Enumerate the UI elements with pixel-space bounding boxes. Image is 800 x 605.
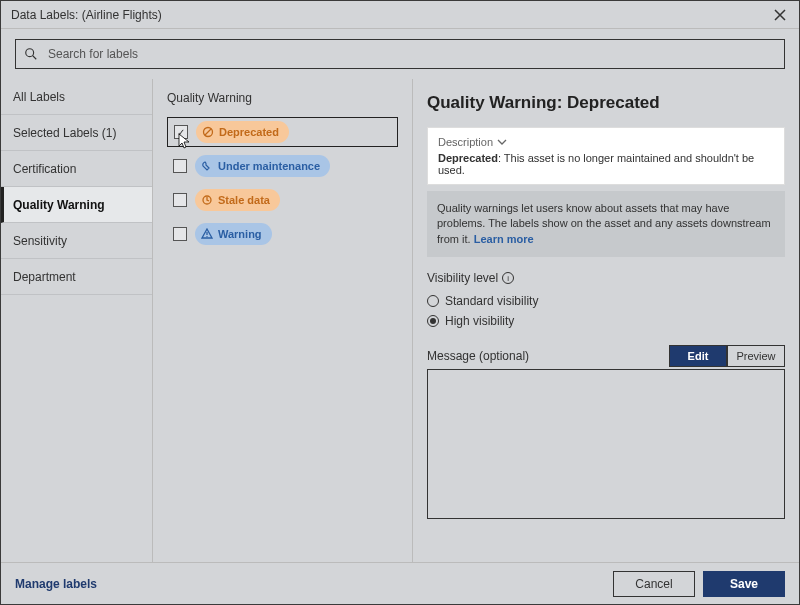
search-input[interactable] xyxy=(46,46,776,62)
pill-label: Stale data xyxy=(218,194,270,206)
info-icon[interactable]: i xyxy=(502,272,514,284)
pill-under-maintenance[interactable]: Under maintenance xyxy=(195,155,330,177)
radio-label: Standard visibility xyxy=(445,294,538,308)
titlebar: Data Labels: (Airline Flights) xyxy=(1,1,799,29)
sidebar-item-selected-labels[interactable]: Selected Labels (1) xyxy=(1,115,152,151)
label-row-under-maintenance[interactable]: Under maintenance xyxy=(167,151,398,181)
svg-point-0 xyxy=(26,49,34,57)
dialog-body: All Labels Selected Labels (1) Certifica… xyxy=(1,79,799,562)
pill-label: Warning xyxy=(218,228,262,240)
label-list-title: Quality Warning xyxy=(167,91,398,105)
label-list-panel: Quality Warning Deprecated Under mainten… xyxy=(153,79,413,562)
description-label: Description xyxy=(438,136,493,148)
message-label: Message (optional) xyxy=(427,349,529,363)
tab-edit[interactable]: Edit xyxy=(669,345,727,367)
pill-deprecated[interactable]: Deprecated xyxy=(196,121,289,143)
message-header: Message (optional) Edit Preview xyxy=(427,345,785,367)
window-title: Data Labels: (Airline Flights) xyxy=(11,8,771,22)
close-icon xyxy=(774,9,786,21)
pill-label: Deprecated xyxy=(219,126,279,138)
visibility-option-standard[interactable]: Standard visibility xyxy=(427,291,785,311)
visibility-title-text: Visibility level xyxy=(427,271,498,285)
footer: Manage labels Cancel Save xyxy=(1,562,799,604)
radio-high[interactable] xyxy=(427,315,439,327)
description-header[interactable]: Description xyxy=(438,136,774,148)
radio-standard[interactable] xyxy=(427,295,439,307)
description-card: Description Deprecated: This asset is no… xyxy=(427,127,785,185)
search-bar[interactable] xyxy=(15,39,785,69)
sidebar-item-all-labels[interactable]: All Labels xyxy=(1,79,152,115)
sidebar-item-label: Quality Warning xyxy=(13,198,105,212)
sidebar-item-label: Department xyxy=(13,270,76,284)
cancel-button[interactable]: Cancel xyxy=(613,571,695,597)
sidebar-item-label: All Labels xyxy=(13,90,65,104)
info-box: Quality warnings let users know about as… xyxy=(427,191,785,257)
label-row-warning[interactable]: Warning xyxy=(167,219,398,249)
message-tabs: Edit Preview xyxy=(669,345,785,367)
pill-warning[interactable]: Warning xyxy=(195,223,272,245)
sidebar-item-sensitivity[interactable]: Sensitivity xyxy=(1,223,152,259)
deprecated-icon xyxy=(202,126,214,138)
sidebar-item-certification[interactable]: Certification xyxy=(1,151,152,187)
save-button[interactable]: Save xyxy=(703,571,785,597)
chevron-down-icon xyxy=(497,137,507,147)
sidebar-item-quality-warning[interactable]: Quality Warning xyxy=(1,187,152,223)
description-body: Deprecated: This asset is no longer main… xyxy=(438,152,774,176)
radio-label: High visibility xyxy=(445,314,514,328)
learn-more-link[interactable]: Learn more xyxy=(474,233,534,245)
maintenance-icon xyxy=(201,160,213,172)
sidebar-item-label: Selected Labels (1) xyxy=(13,126,116,140)
stale-icon xyxy=(201,194,213,206)
checkbox-under-maintenance[interactable] xyxy=(173,159,187,173)
svg-point-6 xyxy=(206,236,207,237)
label-row-deprecated[interactable]: Deprecated xyxy=(167,117,398,147)
sidebar-item-label: Sensitivity xyxy=(13,234,67,248)
visibility-option-high[interactable]: High visibility xyxy=(427,311,785,331)
label-row-stale-data[interactable]: Stale data xyxy=(167,185,398,215)
dialog-window: Data Labels: (Airline Flights) All Label… xyxy=(0,0,800,605)
search-icon xyxy=(24,47,38,61)
detail-heading: Quality Warning: Deprecated xyxy=(427,93,785,113)
tab-preview[interactable]: Preview xyxy=(727,345,785,367)
sidebar-item-label: Certification xyxy=(13,162,76,176)
sidebar-item-department[interactable]: Department xyxy=(1,259,152,295)
detail-panel: Quality Warning: Deprecated Description … xyxy=(413,79,799,562)
manage-labels-link[interactable]: Manage labels xyxy=(15,577,97,591)
pill-label: Under maintenance xyxy=(218,160,320,172)
visibility-section: Visibility level i Standard visibility H… xyxy=(427,271,785,331)
description-name: Deprecated xyxy=(438,152,498,164)
message-textarea[interactable] xyxy=(427,369,785,519)
checkbox-stale-data[interactable] xyxy=(173,193,187,207)
pill-stale-data[interactable]: Stale data xyxy=(195,189,280,211)
checkbox-deprecated[interactable] xyxy=(174,125,188,139)
svg-line-1 xyxy=(33,56,37,60)
sidebar: All Labels Selected Labels (1) Certifica… xyxy=(1,79,153,562)
svg-line-3 xyxy=(205,129,211,135)
checkbox-warning[interactable] xyxy=(173,227,187,241)
warning-icon xyxy=(201,228,213,240)
visibility-title: Visibility level i xyxy=(427,271,785,285)
close-button[interactable] xyxy=(771,6,789,24)
